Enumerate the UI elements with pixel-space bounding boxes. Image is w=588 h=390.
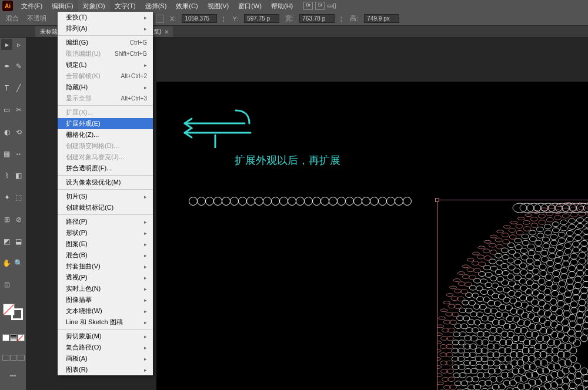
menu-type[interactable]: 文字(T)	[110, 0, 141, 12]
menu-item[interactable]: 路径(P)	[58, 216, 153, 227]
svg-point-429	[513, 316, 520, 322]
mesh-tool[interactable]: ⊞	[1, 214, 12, 225]
pen-tool[interactable]: ✒	[1, 60, 12, 72]
color-mode-solid[interactable]	[2, 334, 9, 341]
svg-point-725	[534, 260, 541, 266]
screen-mode-full[interactable]	[10, 355, 17, 361]
toolbar-bridge-icon[interactable]: Br	[303, 2, 313, 10]
menu-item[interactable]: 实时上色(N)	[58, 283, 153, 294]
y-input[interactable]	[244, 14, 279, 23]
selection-tool[interactable]: ▸	[1, 39, 12, 50]
screen-mode-present[interactable]	[18, 355, 25, 361]
menu-file[interactable]: 文件(F)	[16, 0, 47, 12]
svg-point-1291	[490, 250, 497, 255]
menu-view[interactable]: 视图(V)	[203, 0, 234, 12]
link-wh-icon[interactable]: ¦	[338, 15, 344, 22]
rectangle-tool[interactable]: ▭	[1, 105, 12, 116]
menu-select[interactable]: 选择(S)	[141, 0, 172, 12]
rotate-tool[interactable]: ◐	[1, 126, 12, 137]
curvature-tool[interactable]: ✎	[13, 60, 24, 72]
toolbar-arrange-icon[interactable]: ▭▯	[327, 2, 336, 10]
gradient-tool[interactable]: ⊘	[13, 214, 24, 225]
svg-point-1522	[517, 217, 524, 220]
coord-anchor-icon[interactable]	[156, 15, 164, 23]
svg-point-1294	[509, 235, 516, 240]
svg-point-1510	[450, 286, 457, 289]
zoom-tool[interactable]: 🔍	[13, 258, 24, 269]
svg-point-1085	[509, 250, 516, 255]
menu-item[interactable]: Line 和 Sketch 图稿	[58, 317, 153, 328]
svg-point-170	[540, 327, 547, 334]
artboard-tool[interactable]: ⊡	[1, 280, 12, 291]
menu-item[interactable]: 拼合透明度(F)...	[58, 163, 153, 174]
reflect-tool[interactable]: ⟲	[13, 126, 24, 137]
menu-item[interactable]: 栅格化(Z)...	[58, 129, 153, 140]
line-tool[interactable]: ╱	[13, 83, 24, 94]
menu-item[interactable]: 排列(A)	[58, 23, 153, 34]
type-tool[interactable]: T	[1, 83, 12, 94]
x-input[interactable]	[182, 14, 217, 23]
svg-point-25	[575, 331, 582, 338]
menu-item: 全部解锁(K)Alt+Ctrl+2	[58, 70, 153, 82]
menu-item[interactable]: 变换(T)	[58, 12, 153, 23]
svg-point-641	[508, 291, 515, 297]
eyedropper-tool[interactable]: ◩	[1, 236, 12, 247]
direct-selection-tool[interactable]: ▹	[13, 39, 24, 50]
toolbar-stock-icon[interactable]: St	[315, 2, 325, 10]
hand-tool[interactable]: ✋	[1, 258, 12, 269]
scale-tool[interactable]: ▦	[1, 148, 12, 159]
svg-point-640	[503, 297, 510, 303]
menu-item[interactable]: 创建裁切标记(C)	[58, 202, 153, 213]
menu-item[interactable]: 画板(A)	[58, 353, 153, 364]
menu-object[interactable]: 对象(O)	[78, 0, 110, 12]
svg-point-494	[506, 315, 513, 322]
menu-item[interactable]: 复合路径(O)	[58, 342, 153, 353]
scissors-tool[interactable]: ✂	[13, 105, 24, 116]
svg-point-1292	[496, 244, 503, 249]
menu-item[interactable]: 图案(E)	[58, 238, 153, 250]
perspective-tool[interactable]: ⬚	[13, 192, 24, 203]
width-tool[interactable]: ↔	[13, 148, 24, 159]
menu-item[interactable]: 混合(B)	[58, 250, 153, 261]
menu-item[interactable]: 设为像素级优化(M)	[58, 177, 153, 188]
menu-effect[interactable]: 效果(C)	[171, 0, 202, 12]
menu-item[interactable]: 文本绕排(W)	[58, 305, 153, 317]
menu-item[interactable]: 图表(R)	[58, 364, 153, 375]
menu-item[interactable]: 锁定(L)	[58, 59, 153, 70]
menu-item[interactable]: 扩展外观(E)	[58, 118, 153, 129]
free-transform-tool[interactable]: ◧	[13, 170, 24, 181]
svg-point-1297	[531, 223, 538, 228]
svg-point-431	[521, 302, 528, 308]
warp-tool[interactable]: ⌇	[1, 170, 12, 181]
menu-window[interactable]: 窗口(W)	[233, 0, 266, 12]
svg-point-497	[520, 295, 527, 301]
h-input[interactable]	[364, 14, 399, 23]
svg-point-638	[495, 312, 502, 318]
svg-point-900	[550, 240, 557, 246]
fill-stroke-swatch[interactable]	[3, 304, 23, 320]
menu-item[interactable]: 剪切蒙版(M)	[58, 331, 153, 342]
w-input[interactable]	[299, 14, 335, 23]
menu-item[interactable]: 切片(S)	[58, 191, 153, 202]
edit-toolbar-button[interactable]: •••	[1, 372, 25, 389]
link-xy-icon[interactable]: ¦	[220, 15, 226, 22]
blend-tool[interactable]: ⬓	[13, 236, 24, 247]
stroke-swatch[interactable]	[11, 308, 23, 320]
menu-help[interactable]: 帮助(H)	[266, 0, 298, 12]
color-mode-none[interactable]	[18, 334, 25, 341]
doc-tab-close-icon[interactable]: ×	[165, 29, 168, 35]
svg-point-815	[581, 240, 588, 246]
svg-point-262	[537, 310, 544, 316]
menu-item[interactable]: 形状(P)	[58, 227, 153, 238]
menu-item[interactable]: 图像描摹	[58, 294, 153, 305]
svg-point-93	[551, 371, 558, 378]
shape-builder-tool[interactable]: ✦	[1, 192, 12, 203]
menu-item[interactable]: 编组(G)Ctrl+G	[58, 37, 153, 48]
color-mode-gradient[interactable]	[10, 334, 17, 341]
menu-item[interactable]: 隐藏(H)	[58, 82, 153, 93]
svg-point-435	[546, 280, 553, 287]
menu-item[interactable]: 封套扭曲(V)	[58, 261, 153, 272]
screen-mode-normal[interactable]	[2, 355, 9, 361]
menu-item[interactable]: 透视(P)	[58, 272, 153, 283]
menu-edit[interactable]: 编辑(E)	[47, 0, 78, 12]
